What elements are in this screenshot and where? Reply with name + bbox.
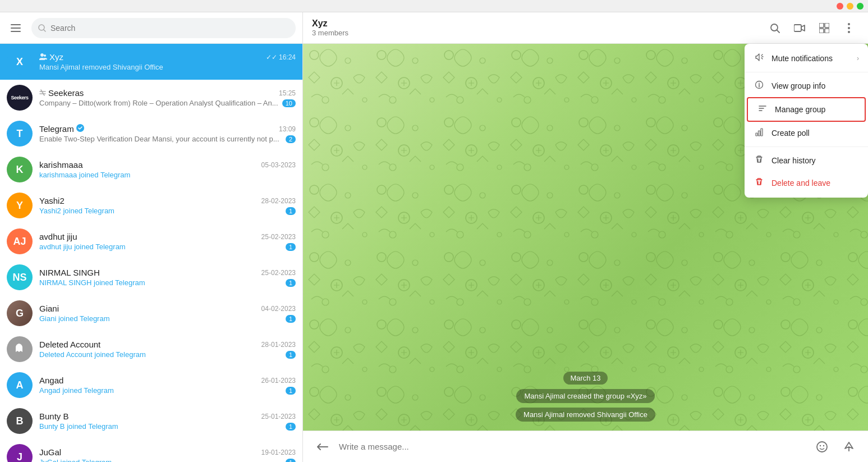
video-call-button[interactable] [789, 18, 810, 38]
avatar-deleted [7, 336, 33, 362]
minimize-btn[interactable] [847, 3, 853, 10]
chat-preview-telegram: Enable Two-Step Verification Dear Mansi,… [39, 135, 296, 143]
svg-rect-7 [819, 23, 824, 28]
maximize-btn[interactable] [857, 3, 864, 10]
chat-header-info: Xyz 3 members [312, 19, 758, 37]
badge-giani: 1 [286, 315, 296, 323]
date-badge: March 13 [563, 372, 607, 385]
search-button[interactable] [765, 18, 785, 38]
svg-rect-24 [756, 133, 757, 136]
preview-text: Bunty B joined Telegram [39, 422, 282, 431]
chat-item-seekeras[interactable]: SeekersSeekeras15:25Company – Ditto(work… [0, 80, 302, 116]
chat-name-seekeras: Seekeras [39, 88, 84, 98]
badge-yashi2: 1 [286, 207, 296, 215]
chat-preview-giani: Giani joined Telegram1 [39, 314, 296, 323]
chat-name-yashi2: Yashi2 [39, 196, 65, 205]
dropdown-menu: Mute notifications›View group infoManage… [745, 44, 868, 198]
search-input[interactable] [50, 24, 289, 33]
group-icon [39, 52, 47, 62]
preview-text: Deleted Account joined Telegram [39, 350, 282, 359]
avatar-telegram: T [7, 121, 33, 147]
chat-messages: March 13 Mansi Ajimal created the group … [303, 363, 868, 431]
avatar-xyz: X [7, 49, 33, 75]
chat-info-xyz: Xyz✓✓ 16:24Mansi Ajimal removed Shivangi… [39, 52, 296, 71]
chat-name-jugal: JuGal [39, 447, 61, 457]
avatar-nirmal: NS [7, 264, 33, 290]
preview-text: NIRMAL SINGH joined Telegram [39, 278, 282, 287]
chat-item-xyz[interactable]: XXyz✓✓ 16:24Mansi Ajimal removed Shivang… [0, 44, 302, 80]
chat-name-avdhut: avdhut jiju [39, 232, 77, 241]
badge-nirmal: 1 [286, 279, 296, 287]
menu-item-clear_history[interactable]: Clear history [745, 149, 868, 172]
emoji-button[interactable] [812, 437, 832, 457]
chat-time-seekeras: 15:25 [279, 89, 296, 97]
chat-name-giani: Giani [39, 304, 59, 313]
system-message-2: Mansi Ajimal removed Shivangii Office [516, 408, 655, 422]
view-toggle-button[interactable] [814, 18, 834, 38]
chat-subtitle: 3 members [312, 29, 758, 37]
chat-item-yashi2[interactable]: YYashi228-02-2023Yashi2 joined Telegram1 [0, 187, 302, 223]
chat-item-avdhut[interactable]: AJavdhut jiju25-02-2023avdhut jiju joine… [0, 223, 302, 259]
title-bar [0, 0, 868, 12]
menu-label-create_poll: Create poll [771, 129, 810, 138]
svg-point-5 [771, 24, 778, 31]
badge-seekeras: 10 [282, 99, 296, 107]
chat-item-buntyb[interactable]: BBunty B25-01-2023Bunty B joined Telegra… [0, 403, 302, 439]
preview-text: avdhut jiju joined Telegram [39, 243, 282, 251]
menu-divider-1 [745, 72, 868, 72]
preview-text: Angad joined Telegram [39, 386, 282, 395]
avatar-giani: G [7, 300, 33, 326]
menu-item-manage_group[interactable]: Manage group [747, 97, 866, 122]
preview-text: Mansi Ajimal removed Shivangii Office [39, 63, 296, 71]
hamburger-button[interactable] [7, 19, 25, 37]
chat-item-telegram[interactable]: TTelegram13:09Enable Two-Step Verificati… [0, 116, 302, 152]
chat-item-jugal[interactable]: JJuGal19-01-2023JuGal joined Telegram1 [0, 439, 302, 462]
menu-item-create_poll[interactable]: Create poll [745, 122, 868, 144]
menu-label-view_group_info: View group info [771, 81, 825, 90]
chat-item-angad[interactable]: AAngad26-01-2023Angad joined Telegram1 [0, 367, 302, 403]
app-container: XXyz✓✓ 16:24Mansi Ajimal removed Shivang… [0, 12, 868, 462]
svg-rect-10 [825, 29, 829, 33]
chat-info-angad: Angad26-01-2023Angad joined Telegram1 [39, 376, 296, 395]
message-input[interactable] [339, 442, 805, 451]
chat-time-xyz: ✓✓ 16:24 [266, 53, 296, 61]
badge-deleted: 1 [286, 351, 296, 359]
menu-arrow-mute: › [857, 54, 859, 62]
chat-item-deleted[interactable]: Deleted Account28-01-2023Deleted Account… [0, 331, 302, 367]
message-input-bar [303, 431, 868, 462]
chat-list: XXyz✓✓ 16:24Mansi Ajimal removed Shivang… [0, 44, 302, 462]
chat-header-actions [765, 18, 859, 38]
send-button[interactable] [839, 437, 859, 457]
channel-icon [39, 88, 46, 98]
menu-item-mute[interactable]: Mute notifications› [745, 47, 868, 70]
chat-name-nirmal: NIRMAL SINGH [39, 268, 100, 277]
svg-rect-9 [819, 29, 824, 33]
preview-text: Company – Ditto(work from) Role – Operat… [39, 99, 279, 107]
preview-text: Enable Two-Step Verification Dear Mansi,… [39, 135, 282, 143]
chat-preview-buntyb: Bunty B joined Telegram1 [39, 422, 296, 431]
search-box[interactable] [31, 18, 296, 38]
chat-title: Xyz [312, 19, 758, 29]
attach-button[interactable] [312, 437, 332, 457]
avatar-buntyb: B [7, 408, 33, 434]
close-btn[interactable] [837, 3, 843, 10]
more-options-button[interactable] [839, 18, 859, 38]
svg-rect-0 [11, 24, 21, 25]
svg-point-21 [820, 445, 821, 446]
chat-preview-karishmaaa: karishmaaa joined Telegram [39, 171, 296, 179]
chat-info-jugal: JuGal19-01-2023JuGal joined Telegram1 [39, 447, 296, 462]
chat-time-nirmal: 25-02-2023 [261, 269, 296, 277]
chat-preview-jugal: JuGal joined Telegram1 [39, 458, 296, 462]
menu-item-view_group_info[interactable]: View group info [745, 75, 868, 97]
chat-info-nirmal: NIRMAL SINGH25-02-2023NIRMAL SINGH joine… [39, 268, 296, 287]
menu-icon-mute [754, 53, 765, 64]
chat-item-karishmaaa[interactable]: Kkarishmaaa05-03-2023karishmaaa joined T… [0, 152, 302, 187]
chat-info-telegram: Telegram13:09Enable Two-Step Verificatio… [39, 124, 296, 143]
menu-icon-clear_history [754, 155, 765, 166]
badge-telegram: 2 [286, 135, 296, 143]
chat-item-nirmal[interactable]: NSNIRMAL SINGH25-02-2023NIRMAL SINGH joi… [0, 259, 302, 295]
chat-time-avdhut: 25-02-2023 [261, 233, 296, 241]
chat-item-giani[interactable]: GGiani04-02-2023Giani joined Telegram1 [0, 295, 302, 331]
menu-item-delete_leave[interactable]: Delete and leave [745, 172, 868, 194]
svg-point-22 [823, 445, 824, 446]
